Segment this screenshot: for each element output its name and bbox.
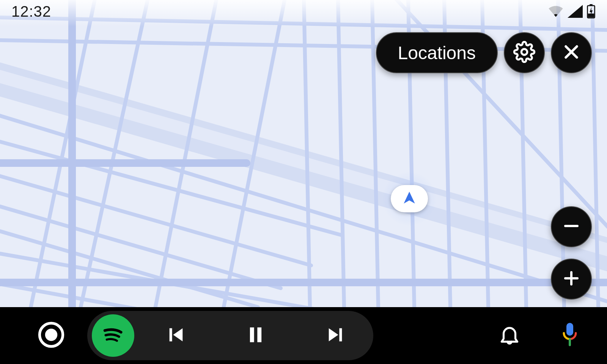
location-chip <box>391 185 428 212</box>
bottom-bar-right <box>498 321 580 350</box>
bell-icon <box>498 341 521 348</box>
system-nav-bar <box>0 307 607 364</box>
spotify-icon <box>98 320 128 351</box>
status-time: 12:32 <box>11 3 51 20</box>
voice-assistant-button[interactable] <box>559 321 580 350</box>
top-controls: Locations <box>376 32 592 73</box>
notifications-button[interactable] <box>498 323 521 348</box>
battery-charging-icon <box>587 4 596 19</box>
launcher-icon <box>38 321 65 350</box>
auto-map-screen: 12:32 Locations <box>0 0 607 364</box>
plus-icon <box>562 269 580 289</box>
current-location-marker[interactable] <box>391 185 428 212</box>
cellular-icon <box>568 5 583 18</box>
zoom-in-button[interactable] <box>551 259 592 300</box>
launcher-button[interactable] <box>34 318 68 353</box>
locations-button[interactable]: Locations <box>376 32 498 73</box>
media-app-icon[interactable] <box>92 314 134 357</box>
zoom-controls <box>551 206 592 300</box>
play-pause-button[interactable] <box>244 324 267 347</box>
media-controls <box>165 324 347 347</box>
navigation-arrow-icon <box>401 190 418 208</box>
svg-rect-46 <box>339 328 342 342</box>
status-icons <box>548 4 596 19</box>
next-track-button[interactable] <box>324 324 347 347</box>
svg-point-41 <box>45 329 57 341</box>
close-button[interactable] <box>551 32 592 73</box>
skip-previous-icon <box>166 325 186 346</box>
svg-point-34 <box>521 49 527 55</box>
svg-rect-45 <box>257 328 261 342</box>
skip-next-icon <box>326 325 345 346</box>
google-mic-icon <box>559 343 580 350</box>
svg-rect-32 <box>590 4 593 6</box>
previous-track-button[interactable] <box>165 324 187 347</box>
gear-icon <box>513 41 535 64</box>
wifi-icon <box>548 5 564 18</box>
settings-button[interactable] <box>504 32 545 73</box>
media-session-pill[interactable] <box>87 311 373 360</box>
minus-icon <box>562 217 580 237</box>
status-bar: 12:32 <box>0 0 607 23</box>
svg-rect-47 <box>566 323 573 336</box>
close-icon <box>562 42 581 63</box>
svg-rect-43 <box>170 328 172 342</box>
pause-icon <box>246 325 266 346</box>
zoom-out-button[interactable] <box>551 206 592 247</box>
svg-rect-44 <box>250 328 254 342</box>
locations-label: Locations <box>398 42 476 63</box>
